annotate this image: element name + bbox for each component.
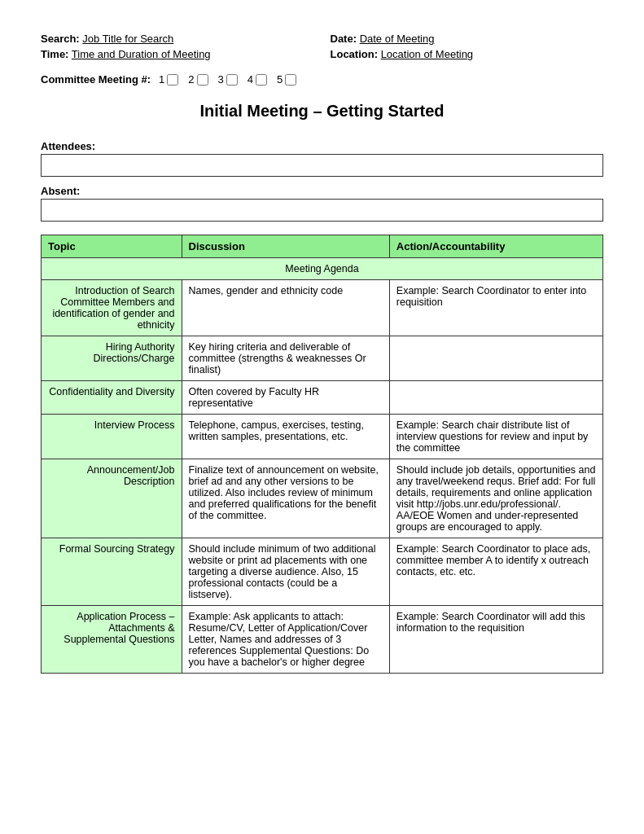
checkbox-5-input[interactable]: [285, 74, 296, 86]
checkbox-3-label: 3: [218, 73, 224, 86]
meeting-number-label: Committee Meeting #:: [41, 73, 151, 86]
table-header-row: Topic Discussion Action/Accountability: [42, 235, 603, 258]
topic-header: Topic: [42, 235, 182, 258]
main-table: Topic Discussion Action/Accountability M…: [41, 235, 603, 674]
topic-cell: Announcement/Job Description: [42, 459, 182, 538]
table-row: Hiring Authority Directions/ChargeKey hi…: [42, 336, 603, 381]
table-row: Introduction of Search Committee Members…: [42, 280, 603, 336]
discussion-cell: Often covered by Faculty HR representati…: [182, 381, 389, 415]
topic-cell: Confidentiality and Diversity: [42, 381, 182, 415]
header-info: Search: Job Title for Search Date: Date …: [41, 33, 603, 60]
location-row: Location: Location of Meeting: [331, 48, 604, 60]
absent-section: Absent:: [41, 185, 603, 222]
action-cell: Example: Search Coordinator to enter int…: [389, 280, 602, 336]
table-row: Meeting Agenda: [42, 258, 603, 280]
absent-label: Absent:: [41, 185, 603, 197]
discussion-cell: Should include minimum of two additional…: [182, 538, 389, 606]
checkbox-4[interactable]: 4: [248, 73, 267, 86]
search-label: Search:: [41, 33, 80, 45]
discussion-cell: Telephone, campus, exercises, testing, w…: [182, 415, 389, 459]
checkbox-3-input[interactable]: [226, 74, 238, 86]
action-header: Action/Accountability: [389, 235, 602, 258]
topic-cell: Application Process – Attachments & Supp…: [42, 606, 182, 674]
date-label: Date:: [331, 33, 357, 45]
action-cell: Should include job details, opportunitie…: [389, 459, 602, 538]
discussion-header: Discussion: [182, 235, 389, 258]
page-title: Initial Meeting – Getting Started: [41, 102, 603, 121]
discussion-cell: Key hiring criteria and deliverable of c…: [182, 336, 389, 381]
date-value: Date of Meeting: [360, 33, 435, 45]
action-cell: [389, 336, 602, 381]
checkbox-2[interactable]: 2: [188, 73, 208, 86]
time-row: Time: Time and Duration of Meeting: [41, 48, 314, 60]
table-row: Interview ProcessTelephone, campus, exer…: [42, 415, 603, 459]
meeting-number-row: Committee Meeting #: 1 2 3 4 5: [41, 73, 603, 86]
action-cell: [389, 381, 602, 415]
table-row: Application Process – Attachments & Supp…: [42, 606, 603, 674]
time-label: Time:: [41, 48, 68, 60]
discussion-cell: Finalize text of announcement on website…: [182, 459, 389, 538]
checkbox-5-label: 5: [277, 73, 283, 86]
action-cell: Example: Search Coordinator will add thi…: [389, 606, 602, 674]
attendees-input[interactable]: [41, 154, 603, 177]
attendees-label: Attendees:: [41, 140, 603, 152]
attendees-section: Attendees:: [41, 140, 603, 177]
location-label: Location:: [331, 48, 379, 60]
absent-input[interactable]: [41, 199, 603, 222]
topic-cell: Hiring Authority Directions/Charge: [42, 336, 182, 381]
checkbox-1[interactable]: 1: [159, 73, 178, 86]
action-cell: Example: Search chair distribute list of…: [389, 415, 602, 459]
time-value: Time and Duration of Meeting: [72, 48, 211, 60]
table-row: Formal Sourcing StrategyShould include m…: [42, 538, 603, 606]
checkbox-group: 1 2 3 4 5: [159, 73, 296, 86]
checkbox-4-label: 4: [248, 73, 253, 86]
action-cell: Example: Search Coordinator to place ads…: [389, 538, 602, 606]
date-row: Date: Date of Meeting: [331, 33, 604, 45]
search-value: Job Title for Search: [82, 33, 173, 45]
checkbox-2-label: 2: [188, 73, 194, 86]
table-row: Announcement/Job DescriptionFinalize tex…: [42, 459, 603, 538]
location-value: Location of Meeting: [381, 48, 473, 60]
checkbox-1-input[interactable]: [167, 74, 178, 86]
checkbox-5[interactable]: 5: [277, 73, 296, 86]
checkbox-3[interactable]: 3: [218, 73, 238, 86]
search-row: Search: Job Title for Search: [41, 33, 314, 45]
checkbox-1-label: 1: [159, 73, 164, 86]
topic-cell: Interview Process: [42, 415, 182, 459]
checkbox-4-input[interactable]: [256, 74, 267, 86]
discussion-cell: Example: Ask applicants to attach: Resum…: [182, 606, 389, 674]
topic-cell: Formal Sourcing Strategy: [42, 538, 182, 606]
discussion-cell: Names, gender and ethnicity code: [182, 280, 389, 336]
table-row: Confidentiality and DiversityOften cover…: [42, 381, 603, 415]
checkbox-2-input[interactable]: [197, 74, 208, 86]
agenda-topic-cell: Meeting Agenda: [42, 258, 603, 280]
topic-cell: Introduction of Search Committee Members…: [42, 280, 182, 336]
